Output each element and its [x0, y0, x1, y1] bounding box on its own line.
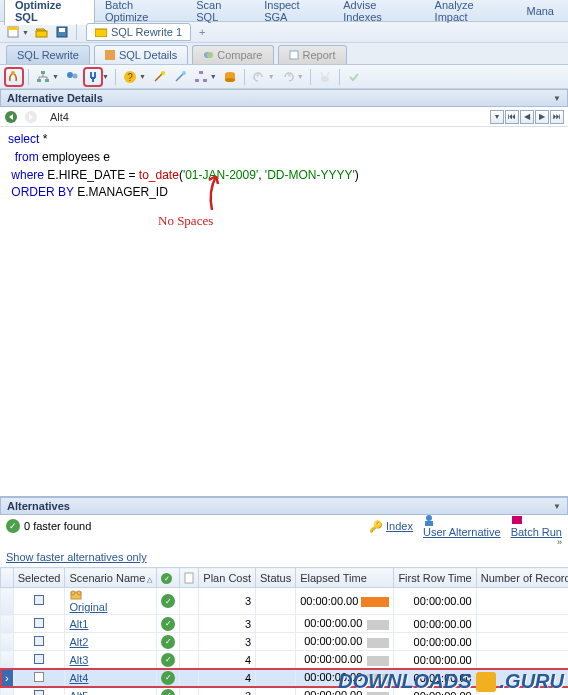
subtab-sql-details[interactable]: SQL Details — [94, 45, 188, 64]
separator — [310, 69, 311, 85]
col-doc-icon[interactable] — [180, 568, 199, 588]
checkbox-icon[interactable] — [34, 618, 44, 628]
table-row[interactable]: Alt5✓300:00:00.00 00:00:00.000 — [1, 687, 569, 696]
scenario-link[interactable]: Alt2 — [69, 636, 88, 648]
checkbox-icon[interactable] — [34, 690, 44, 696]
collapse-icon[interactable]: ▼ — [553, 94, 561, 103]
add-tab-button[interactable]: + — [193, 24, 211, 40]
checkbox-icon[interactable] — [34, 636, 44, 646]
subtab-label: Report — [303, 49, 336, 61]
cell-scenario-name[interactable]: Alt2 — [65, 633, 157, 651]
subtab-report[interactable]: Report — [278, 45, 347, 64]
scenario-link[interactable]: Alt4 — [69, 672, 88, 684]
wand-icon[interactable] — [149, 67, 169, 87]
table-row[interactable]: Alt1✓300:00:00.00 00:00:00.000 — [1, 615, 569, 633]
nav-first-icon[interactable]: ⏮ — [505, 110, 519, 124]
col-plan-cost[interactable]: Plan Cost — [199, 568, 256, 588]
cell-scenario-name[interactable]: Original — [65, 588, 157, 615]
redo-icon[interactable] — [278, 67, 298, 87]
cell-records: 0 — [476, 687, 568, 696]
expand-indicator[interactable]: » — [0, 537, 568, 547]
cell-selected[interactable] — [13, 687, 65, 696]
save-icon[interactable] — [53, 24, 71, 40]
string-literal: 'DD-MON-YYYY' — [265, 168, 355, 182]
menu-optimize-sql[interactable]: Optimize SQL — [4, 0, 95, 25]
forward-icon[interactable] — [24, 110, 38, 124]
checkbox-icon[interactable] — [34, 595, 44, 605]
tree-icon[interactable] — [33, 67, 53, 87]
dropdown-icon[interactable]: ▼ — [268, 73, 275, 80]
cell-check: ✓ — [157, 588, 180, 615]
checkbox-icon[interactable] — [34, 672, 44, 682]
help-icon[interactable]: ? — [120, 67, 140, 87]
tuning-fork-icon[interactable] — [83, 67, 103, 87]
subtab-compare[interactable]: Compare — [192, 45, 273, 64]
scenario-link[interactable]: Alt3 — [69, 654, 88, 666]
menu-inspect-sga[interactable]: Inspect SGA — [254, 0, 333, 25]
dropdown-icon[interactable]: ▼ — [102, 73, 109, 80]
cell-scenario-name[interactable]: Alt4 — [65, 669, 157, 687]
cell-selected[interactable] — [13, 615, 65, 633]
col-selected[interactable]: Selected — [13, 568, 65, 588]
table-row[interactable]: Alt2✓300:00:00.00 00:00:00.000 — [1, 633, 569, 651]
menu-scan-sql[interactable]: Scan SQL — [186, 0, 254, 25]
scenario-link[interactable]: Alt1 — [69, 618, 88, 630]
cell-selected[interactable] — [13, 588, 65, 615]
menu-advise-indexes[interactable]: Advise Indexes — [333, 0, 424, 25]
scenario-link[interactable]: Original — [69, 601, 107, 613]
checkbox-icon[interactable] — [34, 654, 44, 664]
wand2-icon[interactable] — [170, 67, 190, 87]
check-icon[interactable] — [344, 67, 364, 87]
sql-code-area[interactable]: select * from employees e where E.HIRE_D… — [0, 127, 568, 206]
cell-scenario-name[interactable]: Alt3 — [65, 651, 157, 669]
user-alternative-link[interactable]: User Alternative — [423, 514, 501, 538]
nav-last-icon[interactable]: ⏭ — [550, 110, 564, 124]
show-faster-link[interactable]: Show faster alternatives only — [0, 547, 568, 567]
tab-sql-rewrite-1[interactable]: SQL Rewrite 1 — [86, 23, 191, 41]
col-status-icon[interactable]: ✓ — [157, 568, 180, 588]
col-number-records[interactable]: Number of Records — [476, 568, 568, 588]
cell-selected[interactable] — [13, 633, 65, 651]
nav-expand-icon[interactable]: ▾ — [490, 110, 504, 124]
cell-status — [256, 633, 296, 651]
cell-scenario-name[interactable]: Alt1 — [65, 615, 157, 633]
index-link[interactable]: 🔑 Index — [369, 520, 413, 533]
menu-batch-optimize[interactable]: Batch Optimize — [95, 0, 186, 25]
menu-analyze-impact[interactable]: Analyze Impact — [425, 0, 517, 25]
dropdown-icon[interactable]: ▼ — [52, 73, 59, 80]
table-row[interactable]: Alt3✓400:00:00.00 00:00:00.000 — [1, 651, 569, 669]
rabbit-icon[interactable] — [315, 67, 335, 87]
cell-selected[interactable] — [13, 669, 65, 687]
nav-prev-icon[interactable]: ◀ — [520, 110, 534, 124]
db-icon[interactable] — [220, 67, 240, 87]
dropdown-icon[interactable]: ▼ — [22, 29, 29, 36]
table-row[interactable]: › Alt4✓400:00:00.00 00:00:00.000 — [1, 669, 569, 687]
optimize-icon[interactable] — [4, 67, 24, 87]
dropdown-icon[interactable]: ▼ — [139, 73, 146, 80]
nav-next-icon[interactable]: ▶ — [535, 110, 549, 124]
col-first-row-time[interactable]: First Row Time — [394, 568, 476, 588]
scenario-link[interactable]: Alt5 — [69, 690, 88, 696]
dropdown-icon[interactable]: ▼ — [210, 73, 217, 80]
new-icon[interactable] — [4, 24, 22, 40]
col-scenario-name[interactable]: Scenario Name△ — [65, 568, 157, 588]
dropdown-icon[interactable]: ▼ — [297, 73, 304, 80]
separator — [76, 24, 77, 40]
undo-icon[interactable] — [249, 67, 269, 87]
svg-point-19 — [182, 71, 186, 75]
menu-more[interactable]: Mana — [516, 3, 564, 19]
table-row[interactable]: Original✓300:00:00.00 00:00:00.000 — [1, 588, 569, 615]
users-icon[interactable] — [62, 67, 82, 87]
open-icon[interactable] — [33, 24, 51, 40]
back-icon[interactable] — [4, 110, 18, 124]
col-status[interactable]: Status — [256, 568, 296, 588]
row-indicator — [1, 651, 14, 669]
subtab-sql-rewrite[interactable]: SQL Rewrite — [6, 45, 90, 64]
batch-run-link[interactable]: Batch Run — [511, 514, 562, 538]
collapse-icon[interactable]: ▼ — [553, 502, 561, 511]
tree2-icon[interactable] — [191, 67, 211, 87]
cell-scenario-name[interactable]: Alt5 — [65, 687, 157, 696]
cell-selected[interactable] — [13, 651, 65, 669]
col-elapsed-time[interactable]: Elapsed Time — [296, 568, 394, 588]
fn-to-date: to_date — [139, 168, 179, 182]
